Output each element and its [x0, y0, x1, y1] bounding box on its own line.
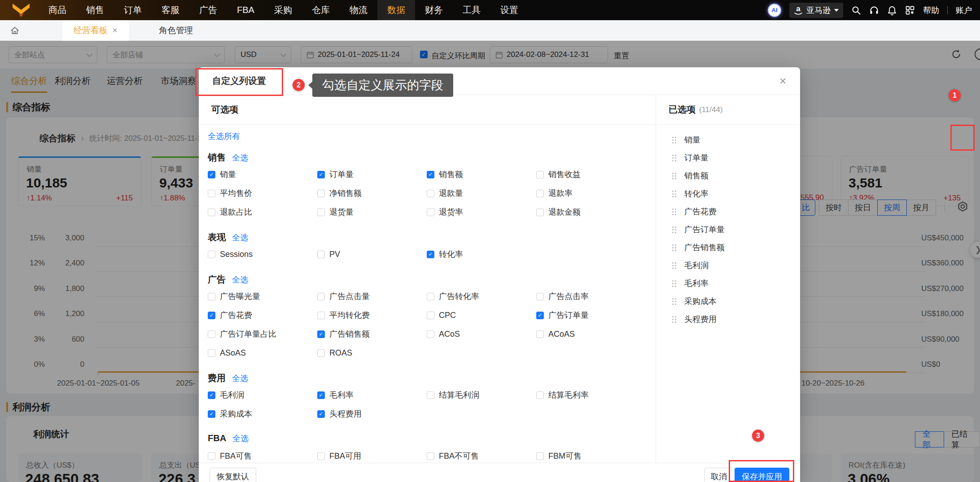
field-checkbox-item[interactable]: ✓ 结算毛利率 — [536, 386, 646, 404]
checkbox[interactable]: ✓ — [536, 312, 544, 319]
checkbox[interactable]: ✓ — [208, 251, 215, 258]
select-all-link[interactable]: 全选所有 — [208, 131, 647, 142]
nav-item[interactable]: FBA — [227, 0, 264, 20]
field-checkbox-item[interactable]: ✓ 广告点击率 — [536, 287, 646, 306]
selected-field-item[interactable]: 毛利润 — [671, 256, 800, 274]
field-checkbox-item[interactable]: ✓ Sessions — [208, 245, 317, 264]
drag-handle-icon[interactable] — [671, 136, 677, 144]
field-checkbox-item[interactable]: ✓ 退款率 — [536, 184, 646, 203]
section-select-all-link[interactable]: 全选 — [232, 433, 249, 444]
nav-item[interactable]: 仓库 — [302, 0, 340, 20]
tab-dashboard[interactable]: 经营看板 ✕ — [62, 20, 129, 41]
selected-field-item[interactable]: 订单量 — [671, 149, 800, 167]
field-checkbox-item[interactable]: ✓ FBA不可售 — [427, 447, 536, 463]
headset-icon[interactable] — [869, 5, 879, 15]
field-checkbox-item[interactable]: ✓ 广告销售额 — [317, 325, 427, 343]
field-checkbox-item[interactable]: ✓ 退款量 — [427, 184, 536, 203]
field-checkbox-item[interactable]: ✓ FBM可售 — [536, 447, 646, 463]
field-checkbox-item[interactable]: ✓ 退货量 — [317, 203, 427, 221]
checkbox[interactable]: ✓ — [317, 410, 325, 418]
field-checkbox-item[interactable]: ✓ 退款金额 — [536, 203, 646, 221]
field-checkbox-item[interactable]: ✓ 毛利润 — [208, 386, 317, 404]
drag-handle-icon[interactable] — [671, 226, 677, 234]
checkbox[interactable]: ✓ — [317, 349, 325, 357]
checkbox[interactable]: ✓ — [427, 208, 434, 216]
field-checkbox-item[interactable]: ✓ ASoAS — [208, 343, 317, 362]
field-checkbox-item[interactable]: ✓ FBA可用 — [317, 447, 427, 463]
section-select-all-link[interactable]: 全选 — [232, 373, 248, 384]
nav-item[interactable]: 订单 — [114, 0, 152, 20]
selected-field-item[interactable]: 销量 — [671, 131, 800, 149]
section-select-all-link[interactable]: 全选 — [232, 232, 248, 243]
drag-handle-icon[interactable] — [671, 172, 677, 180]
field-checkbox-item[interactable]: ✓ 退款占比 — [208, 203, 317, 221]
account-link[interactable]: 账户 — [956, 5, 972, 16]
checkbox[interactable]: ✓ — [317, 312, 325, 319]
field-checkbox-item[interactable]: ✓ 结算毛利润 — [427, 386, 536, 404]
nav-item[interactable]: 数据 — [377, 0, 415, 20]
close-icon[interactable]: ✕ — [112, 26, 118, 35]
checkbox[interactable]: ✓ — [208, 330, 215, 338]
checkbox[interactable]: ✓ — [317, 330, 325, 338]
nav-item[interactable]: 商品 — [39, 0, 76, 20]
close-icon[interactable]: ✕ — [779, 76, 787, 87]
checkbox[interactable]: ✓ — [536, 391, 544, 399]
drag-handle-icon[interactable] — [671, 190, 677, 198]
checkbox[interactable]: ✓ — [208, 171, 215, 178]
checkbox[interactable]: ✓ — [536, 330, 544, 338]
checkbox[interactable]: ✓ — [208, 349, 215, 357]
checkbox[interactable]: ✓ — [317, 171, 325, 178]
restore-default-button[interactable]: 恢复默认 — [210, 468, 256, 482]
field-checkbox-item[interactable]: ✓ 净销售额 — [317, 184, 427, 203]
checkbox[interactable]: ✓ — [427, 330, 434, 338]
checkbox[interactable]: ✓ — [208, 190, 215, 197]
field-checkbox-item[interactable]: ✓ 广告花费 — [208, 306, 317, 325]
field-checkbox-item[interactable]: ✓ 广告曝光量 — [208, 287, 317, 306]
nav-item[interactable]: 设置 — [490, 0, 528, 20]
field-checkbox-item[interactable]: ✓ 毛利率 — [317, 386, 427, 404]
field-checkbox-item[interactable]: ✓ 销售额 — [427, 165, 536, 184]
checkbox[interactable]: ✓ — [317, 251, 325, 258]
field-checkbox-item[interactable]: ✓ 广告订单量 — [536, 306, 646, 325]
selected-field-item[interactable]: 广告订单量 — [671, 221, 800, 239]
checkbox[interactable]: ✓ — [208, 391, 215, 399]
checkbox[interactable]: ✓ — [208, 293, 215, 300]
checkbox[interactable]: ✓ — [536, 452, 544, 460]
checkbox[interactable]: ✓ — [536, 208, 544, 216]
nav-item[interactable]: 销售 — [76, 0, 114, 20]
checkbox[interactable]: ✓ — [427, 293, 434, 300]
checkbox[interactable]: ✓ — [208, 452, 215, 460]
checkbox[interactable]: ✓ — [208, 208, 215, 216]
nav-item[interactable]: 工具 — [453, 0, 490, 20]
field-checkbox-item[interactable]: ✓ 平均售价 — [208, 184, 317, 203]
field-checkbox-item[interactable]: ✓ CPC — [427, 306, 536, 325]
field-checkbox-item[interactable]: ✓ 广告点击量 — [317, 287, 427, 306]
checkbox[interactable]: ✓ — [427, 190, 434, 197]
checkbox[interactable]: ✓ — [317, 391, 325, 399]
marketplace-dropdown[interactable]: a 亚马逊 — [789, 3, 843, 18]
field-checkbox-item[interactable]: ✓ 广告转化率 — [427, 287, 536, 306]
drag-handle-icon[interactable] — [671, 154, 677, 162]
checkbox[interactable]: ✓ — [208, 410, 215, 418]
selected-field-item[interactable]: 采购成本 — [671, 292, 800, 310]
ai-assistant-button[interactable]: AI — [768, 4, 781, 17]
field-checkbox-item[interactable]: ✓ 头程费用 — [317, 404, 427, 423]
drag-handle-icon[interactable] — [671, 208, 677, 216]
selected-field-item[interactable]: 广告销售额 — [671, 239, 800, 256]
checkbox[interactable]: ✓ — [317, 208, 325, 216]
available-fields-scroll[interactable]: 全选所有 销售 全选 — [199, 125, 656, 463]
field-checkbox-item[interactable]: ✓ 采购成本 — [208, 404, 317, 423]
nav-item[interactable]: 客服 — [152, 0, 189, 20]
checkbox[interactable]: ✓ — [536, 171, 544, 178]
drag-handle-icon[interactable] — [671, 243, 677, 252]
field-checkbox-item[interactable]: ✓ ACoAS — [536, 325, 646, 343]
home-icon[interactable] — [10, 26, 20, 35]
field-checkbox-item[interactable]: ✓ 广告订单量占比 — [208, 325, 317, 343]
field-checkbox-item[interactable]: ✓ 销售收益 — [536, 165, 646, 184]
field-checkbox-item[interactable]: ✓ 订单量 — [317, 165, 427, 184]
checkbox[interactable]: ✓ — [427, 312, 434, 319]
nav-item[interactable]: 物流 — [340, 0, 377, 20]
checkbox[interactable]: ✓ — [208, 312, 215, 319]
checkbox[interactable]: ✓ — [536, 190, 544, 197]
field-checkbox-item[interactable]: ✓ 销量 — [208, 165, 317, 184]
